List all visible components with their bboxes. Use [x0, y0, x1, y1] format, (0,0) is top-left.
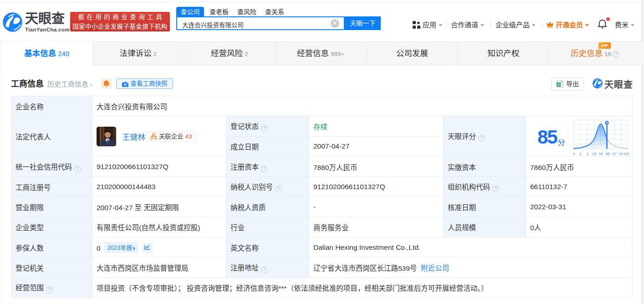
svg-text:50: 50 — [599, 152, 603, 156]
svg-text:97: 97 — [613, 152, 617, 156]
svg-text:0: 0 — [573, 152, 575, 156]
svg-text:85: 85 — [606, 152, 610, 156]
svg-text:99: 99 — [619, 152, 623, 156]
svg-text:15: 15 — [592, 152, 596, 156]
svg-text:1: 1 — [579, 152, 582, 156]
svg-text:X: X — [557, 82, 560, 87]
svg-text:3: 3 — [586, 152, 588, 156]
svg-text:100: 100 — [624, 152, 629, 156]
